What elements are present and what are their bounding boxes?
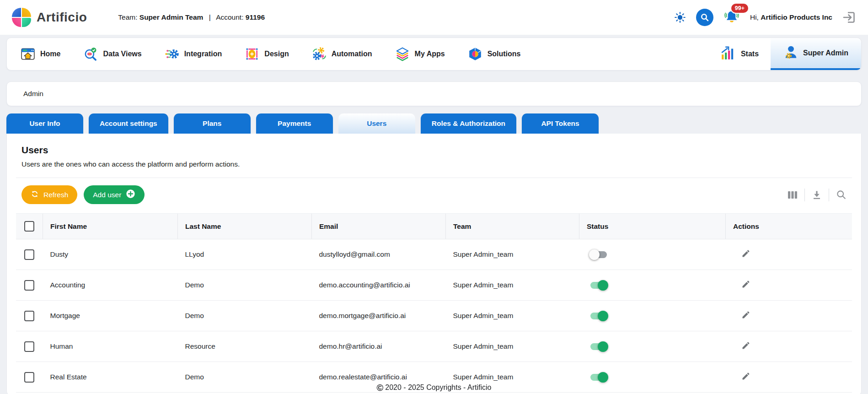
nav-item-integration[interactable]: Integration	[165, 47, 222, 61]
users-panel: Users Users are the ones who can access …	[6, 134, 862, 394]
copyright-footer: ©2020 - 2025 Copyrights - Artificio	[0, 383, 868, 393]
tab-label: Plans	[203, 119, 221, 128]
col-header-last-name: Last Name	[178, 214, 312, 239]
team-label: Team:	[118, 13, 137, 21]
status-toggle[interactable]	[590, 251, 607, 258]
app-logo-text: Artificio	[37, 10, 87, 25]
table-tools	[788, 189, 847, 201]
my-apps-icon	[395, 47, 410, 61]
tab-plans[interactable]: Plans	[174, 113, 251, 134]
row-checkbox[interactable]	[24, 249, 34, 260]
tab-user-info[interactable]: User Info	[6, 113, 83, 134]
nav-item-design[interactable]: Design	[245, 47, 289, 61]
tab-roles-authorization[interactable]: Roles & Authorization	[421, 113, 516, 134]
page-title: Users	[21, 145, 852, 156]
nav-item-label: Data Views	[103, 50, 141, 58]
row-checkbox[interactable]	[24, 311, 34, 321]
app-logo[interactable]: Artificio	[12, 8, 87, 27]
status-toggle[interactable]	[590, 374, 607, 381]
data-views-icon	[83, 47, 98, 61]
super-admin-icon	[783, 45, 798, 61]
copyright-icon: ©	[377, 383, 384, 393]
tab-label: Roles & Authorization	[432, 119, 505, 128]
tab-api-tokens[interactable]: API Tokens	[522, 113, 599, 134]
copyright-text: 2020 - 2025 Copyrights - Artificio	[385, 383, 491, 391]
col-header-actions: Actions	[726, 214, 852, 239]
table-search-icon[interactable]	[836, 189, 847, 200]
table-row: Accounting Demo demo.accounting@artifici…	[16, 270, 852, 301]
search-icon[interactable]	[696, 9, 713, 26]
tab-label: Account settings	[100, 119, 157, 128]
row-checkbox[interactable]	[24, 341, 34, 352]
status-toggle[interactable]	[590, 313, 607, 319]
home-icon	[21, 47, 35, 61]
nav-items: Home Data Views Integration Design Autom…	[7, 38, 535, 70]
breadcrumb-bar: Admin	[6, 81, 862, 106]
status-toggle[interactable]	[590, 343, 607, 350]
tab-users[interactable]: Users	[338, 113, 415, 134]
table-row: Dusty LLyod dustylloyd@gmail.com Super A…	[16, 239, 852, 270]
team-account-info: Team: Super Admin Team | Account: 91196	[118, 13, 265, 22]
table-header-row: First Name Last Name Email Team Status A…	[16, 214, 852, 239]
integration-icon	[165, 47, 179, 61]
col-header-first-name: First Name	[43, 214, 178, 239]
edit-pencil-icon[interactable]	[741, 310, 750, 319]
notifications-bell-icon[interactable]: 99+	[723, 8, 740, 27]
select-all-checkbox[interactable]	[24, 221, 34, 232]
breadcrumb: Admin	[23, 90, 43, 98]
nav-item-automation[interactable]: Automation	[312, 47, 372, 61]
nav-item-label: Integration	[184, 50, 222, 58]
user-greeting: Hi, Artificio Products Inc	[750, 13, 832, 22]
cell-team: Super Admin_team	[446, 301, 579, 331]
cell-first-name: Dusty	[43, 239, 178, 270]
greeting-prefix: Hi,	[750, 13, 759, 21]
stats-icon	[720, 46, 736, 62]
cell-last-name: Demo	[178, 270, 312, 301]
edit-pencil-icon[interactable]	[741, 249, 750, 258]
logout-icon[interactable]	[842, 11, 856, 24]
edit-pencil-icon[interactable]	[741, 341, 750, 350]
users-table: First Name Last Name Email Team Status A…	[16, 213, 852, 393]
team-value: Super Admin Team	[139, 13, 204, 21]
cell-first-name: Human	[43, 331, 178, 362]
design-icon	[245, 47, 259, 61]
nav-item-data-views[interactable]: Data Views	[83, 47, 141, 61]
cell-team: Super Admin_team	[446, 239, 579, 270]
nav-item-stats[interactable]: Stats	[708, 38, 771, 70]
status-toggle[interactable]	[590, 282, 607, 289]
cell-email: dustylloyd@gmail.com	[312, 239, 446, 270]
refresh-button-label: Refresh	[43, 191, 68, 199]
cell-first-name: Accounting	[43, 270, 178, 301]
separator: |	[209, 13, 211, 21]
download-icon[interactable]	[812, 190, 822, 200]
tab-payments[interactable]: Payments	[256, 113, 333, 134]
top-header: Artificio Team: Super Admin Team | Accou…	[0, 0, 868, 35]
edit-pencil-icon[interactable]	[741, 280, 750, 289]
tab-label: User Info	[29, 119, 60, 128]
add-user-button[interactable]: Add user	[84, 185, 145, 204]
page-subtitle: Users are the ones who can access the pl…	[21, 160, 852, 168]
header-actions: 99+ Hi, Artificio Products Inc	[674, 8, 856, 27]
nav-item-my-apps[interactable]: My Apps	[395, 47, 445, 61]
cell-team: Super Admin_team	[446, 270, 579, 301]
nav-right: Stats Super Admin	[708, 38, 861, 70]
refresh-button[interactable]: Refresh	[21, 185, 77, 204]
tab-account-settings[interactable]: Account settings	[89, 113, 168, 134]
account-value: 91196	[246, 13, 265, 21]
edit-pencil-icon[interactable]	[741, 372, 750, 381]
nav-item-label: Solutions	[488, 50, 521, 58]
cell-last-name: Resource	[178, 331, 312, 362]
row-checkbox[interactable]	[24, 280, 34, 291]
columns-icon[interactable]	[788, 190, 798, 200]
table-row: Human Resource demo.hr@artificio.ai Supe…	[16, 331, 852, 362]
theme-sun-icon[interactable]	[674, 11, 686, 23]
cell-email: demo.mortgage@artificio.ai	[312, 301, 446, 331]
nav-item-label: Design	[264, 50, 289, 58]
automation-icon	[312, 47, 327, 61]
nav-item-solutions[interactable]: Solutions	[468, 47, 521, 61]
row-checkbox[interactable]	[24, 372, 34, 383]
nav-item-label: Stats	[741, 50, 759, 58]
col-header-team: Team	[446, 214, 579, 239]
nav-item-super-admin[interactable]: Super Admin	[771, 38, 861, 70]
nav-item-home[interactable]: Home	[21, 47, 60, 61]
